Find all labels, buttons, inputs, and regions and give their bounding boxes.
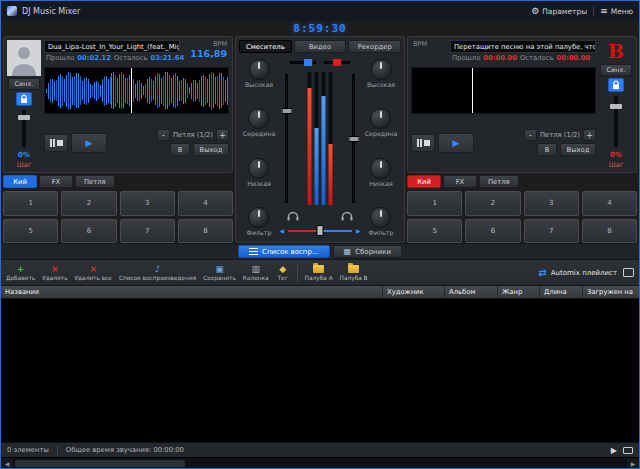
deck-b-loop-plus-button[interactable]: +	[583, 129, 596, 141]
scrollbar-thumb[interactable]	[15, 460, 185, 467]
deck-a-play-button[interactable]: ▶	[71, 133, 107, 153]
save-button[interactable]: ▣ Сохранить	[203, 264, 236, 281]
deck-a-sync-button[interactable]: Синх.	[8, 78, 40, 90]
eq-high-knob-b[interactable]	[371, 59, 392, 80]
deck-a-loop-out-button[interactable]: Выход	[193, 143, 229, 156]
deck-a-loop-minus-button[interactable]: -	[157, 129, 170, 141]
deck-b-pad[interactable]: 8	[582, 219, 637, 244]
deck-a-pad[interactable]: 3	[120, 191, 175, 216]
column-button[interactable]: ▥ Колонка	[243, 264, 269, 281]
column-header-album[interactable]: Альбом	[445, 286, 498, 298]
deck-a-pad[interactable]: 8	[178, 219, 233, 244]
tab-recorder[interactable]: Рекордер	[348, 40, 401, 53]
channel-fader-b[interactable]	[352, 74, 355, 203]
column-header-loaded[interactable]: Загружен на	[583, 286, 639, 298]
tab-video[interactable]: Видео	[294, 40, 347, 53]
deck-b-play-button[interactable]: ▶	[438, 133, 474, 153]
crossfader[interactable]: ◀ ▶	[278, 222, 362, 238]
deck-a-loop-in-button[interactable]: В	[170, 143, 190, 156]
fader-handle-a[interactable]	[281, 108, 292, 114]
deck-a-pad[interactable]: 5	[3, 219, 58, 244]
crossfader-handle[interactable]	[317, 225, 324, 236]
menu-button[interactable]: ≡ Меню	[600, 7, 633, 16]
tab-playlist[interactable]: Список воспр...	[238, 245, 330, 258]
tab-mixer[interactable]: Смеситель	[239, 40, 292, 53]
deck-a-keylock-button[interactable]	[16, 92, 32, 106]
deck-b-loop-in-button[interactable]: В	[537, 143, 557, 156]
add-button[interactable]: + Добавить	[6, 264, 35, 281]
deck-b-pad[interactable]: 7	[524, 219, 579, 244]
scroll-right-icon[interactable]: ▶	[627, 460, 639, 467]
column-header-artist[interactable]: Художник	[383, 286, 445, 298]
deck-b-loop-tab[interactable]: Петля	[479, 175, 519, 188]
eq-low-knob-b[interactable]	[370, 158, 391, 179]
deck-a-pause-stop-button[interactable]	[44, 134, 68, 152]
deck-b-pause-stop-button[interactable]	[411, 134, 435, 152]
deck-a-pad[interactable]: 4	[178, 191, 233, 216]
eq-low-knob-a[interactable]	[248, 158, 269, 179]
headphones-b-icon[interactable]	[341, 211, 353, 221]
eq-high-knob-a[interactable]	[249, 59, 270, 80]
preview-play-icon[interactable]: ▶	[611, 446, 617, 455]
remove-button[interactable]: × Удалить	[42, 264, 67, 281]
deck-b-loop-out-button[interactable]: Выход	[560, 143, 596, 156]
deck-b-fx-tab[interactable]: FX	[443, 175, 477, 188]
deck-b-pad[interactable]: 2	[465, 191, 520, 216]
deck-a-pad[interactable]: 1	[3, 191, 58, 216]
settings-button[interactable]: ⚙ Параметры	[531, 7, 587, 16]
deck-a-pad[interactable]: 6	[61, 219, 116, 244]
remove-all-button[interactable]: × Удалить все	[75, 264, 112, 281]
deck-a-loop-plus-button[interactable]: +	[216, 129, 229, 141]
deck-b-pad[interactable]: 3	[524, 191, 579, 216]
playlist-button[interactable]: ♪ Список воспроизведения	[119, 264, 196, 281]
filter-knob-a[interactable]	[248, 207, 269, 228]
column-header-genre[interactable]: Жанр	[498, 286, 540, 298]
deck-a-pad-tabs: Кий FX Петля	[3, 175, 233, 188]
column-header-length[interactable]: Длина	[540, 286, 583, 298]
headphones-a-icon[interactable]	[287, 211, 299, 221]
deck-a-fx-tab[interactable]: FX	[39, 175, 73, 188]
deck-b-pitch-slider[interactable]	[599, 94, 633, 149]
automix-button[interactable]: ⇄ Automix плейлист	[538, 267, 617, 278]
channel-fader-a[interactable]	[285, 74, 288, 203]
gain-trim-a[interactable]	[290, 61, 316, 64]
column-header-title[interactable]: Название	[1, 286, 383, 298]
filter-knob-b[interactable]	[370, 207, 391, 228]
pitch-handle[interactable]	[18, 115, 30, 120]
deck-b-waveform[interactable]	[411, 67, 596, 114]
crossfader-track[interactable]	[288, 227, 352, 234]
deck-b-loop-minus-button[interactable]: -	[524, 129, 537, 141]
fader-handle-b[interactable]	[348, 136, 359, 142]
deck-b-pad[interactable]: 6	[465, 219, 520, 244]
eq-mid-knob-b[interactable]	[370, 108, 391, 129]
toolbar-separator	[297, 264, 298, 282]
deck-b-pad[interactable]: 5	[407, 219, 462, 244]
horizontal-scrollbar[interactable]: ◀ ▶	[1, 457, 639, 468]
deck-a-waveform[interactable]	[44, 67, 229, 114]
deck-a-cue-tab[interactable]: Кий	[3, 175, 37, 188]
crossfader-left-icon[interactable]: ◀	[279, 227, 284, 234]
deck-a-loop-tab[interactable]: Петля	[75, 175, 115, 188]
crossfader-right-icon[interactable]: ▶	[356, 227, 361, 234]
edit-playlist-icon[interactable]	[623, 268, 634, 277]
tag-button[interactable]: ◆ Тег	[276, 264, 290, 281]
monitor-icon[interactable]	[623, 447, 633, 454]
scrollbar-track[interactable]	[13, 458, 627, 468]
deck-a-pad[interactable]: 7	[120, 219, 175, 244]
load-deck-b-button[interactable]: Палуба B	[340, 264, 368, 281]
scroll-left-icon[interactable]: ◀	[1, 460, 13, 467]
deck-b-cue-tab[interactable]: Кий	[407, 175, 441, 188]
gain-trim-b[interactable]	[324, 61, 350, 64]
deck-b-sync-button[interactable]: Синх.	[600, 64, 632, 76]
deck-b-keylock-button[interactable]	[608, 78, 624, 92]
deck-b-pad[interactable]: 4	[582, 191, 637, 216]
eq-mid-knob-a[interactable]	[248, 108, 269, 129]
pitch-handle[interactable]	[610, 104, 622, 109]
playlist-body[interactable]	[1, 299, 639, 442]
load-deck-a-button[interactable]: Палуба A	[305, 264, 333, 281]
deck-b-loop-group: - Петля (1/2) + В Выход	[524, 129, 596, 156]
deck-a-pad[interactable]: 2	[61, 191, 116, 216]
deck-b-pad[interactable]: 1	[407, 191, 462, 216]
tab-collections[interactable]: ▦ Сборники	[333, 245, 402, 258]
deck-a-pitch-slider[interactable]	[7, 108, 41, 149]
